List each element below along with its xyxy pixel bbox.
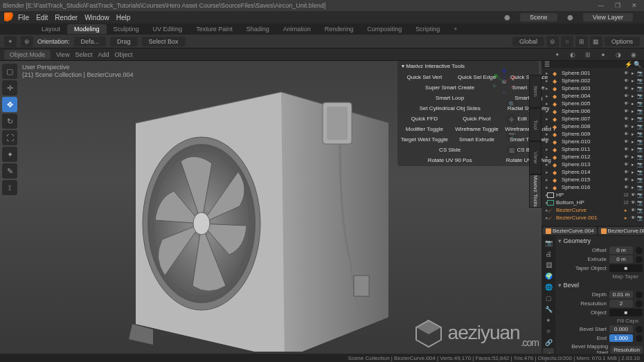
outliner-item[interactable]: ▸Sphere.001👁▸📷 [542, 69, 644, 77]
eye-icon[interactable]: 👁 [623, 162, 629, 168]
extrude-input[interactable]: 0 m [609, 255, 633, 263]
btn-target-weld[interactable]: Target Weld Toggle [399, 135, 450, 144]
btn-smart-loop[interactable]: Smart Loop [399, 93, 501, 102]
end-anim-icon[interactable] [636, 335, 643, 342]
render-icon[interactable]: 📷 [637, 71, 643, 76]
btn-rotate-uv-pos[interactable]: Rotate UV 90 Pos [399, 156, 501, 165]
render-icon[interactable]: 📷 [637, 86, 643, 91]
select-icon[interactable]: ▸ [630, 124, 636, 129]
eye-icon[interactable]: 👁 [623, 170, 629, 175]
select-icon[interactable]: ▸ [630, 86, 636, 91]
outliner-item[interactable]: ▸Sphere.008👁▸📷 [542, 123, 644, 130]
btn-quick-pivot[interactable]: Quick Pivot [451, 114, 503, 123]
render-icon[interactable]: 📷 [637, 109, 643, 114]
eye-icon[interactable]: 👁 [623, 154, 629, 160]
check-icon[interactable]: ☑ [623, 192, 629, 198]
outliner-item[interactable]: ▸Sphere.012👁▸📷 [542, 153, 644, 161]
menu-window[interactable]: Window [84, 14, 109, 21]
eye-icon[interactable]: 👁 [623, 86, 629, 91]
btn-quick-ffd[interactable]: Quick FFD [399, 114, 450, 123]
snap-toggle[interactable]: ⊚ [546, 36, 559, 47]
xray-icon[interactable]: ▦ [590, 36, 602, 47]
shading-matcap-icon[interactable]: ◑ [612, 49, 625, 60]
proportional-edit-icon[interactable]: ○ [561, 36, 573, 47]
mode-dropdown[interactable]: Object Mode [4, 50, 51, 60]
outliner-collection[interactable]: ▸Bottom_HP☑👁📷 [542, 199, 644, 206]
render-icon[interactable]: 📷 [637, 124, 643, 129]
render-icon[interactable]: 📷 [637, 116, 643, 122]
tree-expand-icon[interactable]: ▸ [546, 162, 548, 168]
taper-object-input[interactable]: ■ [609, 264, 643, 272]
tab-scripting[interactable]: Scripting [409, 24, 447, 34]
eye-icon[interactable]: 👁 [630, 215, 636, 221]
transform-orientation[interactable]: Global [512, 37, 544, 46]
viewport[interactable]: User Perspective (21) Scene Collection |… [18, 61, 542, 354]
ntab-item[interactable]: Item [529, 75, 542, 108]
ptab-view[interactable]: 🖼 [543, 260, 554, 270]
tree-expand-icon[interactable]: ▸ [546, 177, 548, 183]
tab-modeling[interactable]: Modeling [67, 24, 107, 34]
tool-move[interactable]: ✥ [2, 97, 17, 112]
outliner-item[interactable]: ▸Sphere.011👁▸📷 [542, 145, 644, 153]
ntab-tool[interactable]: Tool [529, 108, 542, 141]
tool-scale[interactable]: ⛶ [2, 130, 17, 145]
drag-dropdown[interactable]: Drag [110, 37, 138, 46]
outliner-icon[interactable]: ☰ [544, 61, 550, 68]
select-icon[interactable]: ▸ [630, 177, 636, 183]
tool-rotate[interactable]: ↻ [2, 114, 17, 129]
render-icon[interactable]: 📷 [637, 93, 643, 99]
tree-expand-icon[interactable]: ▸ [546, 78, 548, 84]
btn-modifier-toggle[interactable]: Modifier Toggle [399, 125, 450, 134]
menu-edit[interactable]: Edit [36, 14, 48, 21]
menu-help[interactable]: Help [116, 14, 131, 21]
eye-icon[interactable]: 👁 [623, 177, 629, 183]
tab-sculpting[interactable]: Sculpting [107, 24, 146, 34]
tab-texture-paint[interactable]: Texture Paint [189, 24, 240, 34]
minimize-button[interactable]: — [597, 2, 605, 9]
btn-quick-sel-vert[interactable]: Quick Sel Vert [399, 73, 450, 82]
editor-type-icon[interactable]: ✦ [4, 36, 17, 47]
snap-icon[interactable]: ⊕ [21, 36, 33, 47]
tree-expand-icon[interactable]: ▸ [546, 200, 548, 206]
gizmo-show-icon[interactable]: ✦ [551, 49, 564, 60]
filter-icon[interactable]: ⚡ [625, 61, 632, 68]
outliner-item[interactable]: ▸Sphere.015👁▸📷 [542, 176, 644, 183]
select-icon[interactable]: ▸ [630, 154, 636, 160]
search-icon[interactable]: 🔍 [634, 61, 641, 68]
outliner-item[interactable]: ▸Sphere.010👁▸📷 [542, 138, 644, 145]
tab-layout[interactable]: Layout [35, 24, 67, 34]
section-geometry[interactable]: Geometry [555, 236, 644, 246]
bstart-anim-icon[interactable] [636, 326, 643, 333]
depth-input[interactable]: 0.01 m [609, 291, 633, 298]
ntab-maxivz[interactable]: Maxivz Tools [529, 174, 542, 208]
ptab-constraints[interactable]: 🔗 [543, 337, 554, 347]
tool-select[interactable]: ▢ [2, 64, 17, 79]
tab-compositing[interactable]: Compositing [360, 24, 409, 34]
eye-icon[interactable]: 👁 [623, 147, 629, 152]
select-icon[interactable]: ▸ [630, 132, 636, 137]
tool-annotate[interactable]: ✎ [2, 163, 17, 179]
outliner-item[interactable]: ▸Sphere.016👁▸📷 [542, 183, 644, 191]
tool-measure[interactable]: ⟟ [2, 180, 17, 195]
tree-expand-icon[interactable]: ▸ [546, 124, 548, 129]
ptab-physics[interactable]: ⚛ [543, 326, 554, 336]
extrude-anim-icon[interactable] [636, 256, 643, 263]
outliner-item[interactable]: ▸Sphere.002👁▸📷 [542, 77, 644, 84]
props-obj-b[interactable]: BezierCurve.004 [598, 227, 644, 235]
tab-add[interactable]: + [447, 24, 464, 34]
menu-object[interactable]: Object [114, 51, 132, 58]
ptab-render[interactable]: 📷 [543, 237, 554, 248]
outliner-collection[interactable]: ▸HP☑👁📷 [542, 191, 644, 199]
outliner-item[interactable]: ▸Sphere.003👁▸📷 [542, 84, 644, 92]
eye-icon[interactable]: 👁 [623, 78, 629, 84]
render-icon[interactable]: 📷 [637, 162, 643, 168]
render-icon[interactable]: 📷 [637, 101, 643, 107]
menu-render[interactable]: Render [55, 14, 78, 21]
overlay-icon[interactable]: ⊞ [575, 36, 588, 47]
outliner-item-curve[interactable]: ▸BezierCurve▸👁📷 [542, 206, 644, 214]
btn-cylindrical-sides[interactable]: Set Cylindrical Obj Sides [399, 104, 501, 113]
select-icon[interactable]: ▸ [630, 162, 636, 168]
eye-icon[interactable]: 👁 [623, 93, 629, 99]
tool-transform[interactable]: ✦ [2, 147, 17, 162]
render-icon[interactable]: 📷 [637, 147, 643, 152]
